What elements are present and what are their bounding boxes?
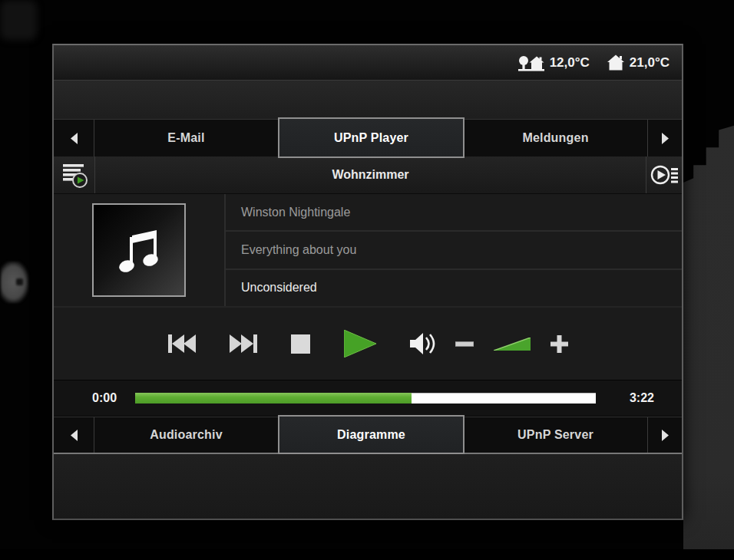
stop-button[interactable]	[291, 334, 310, 354]
bottom-tab-scroll-right-button[interactable]	[647, 417, 682, 453]
progress-bar[interactable]	[135, 393, 596, 404]
track-title: Unconsidered	[241, 281, 317, 295]
tab-upnp-player[interactable]: UPnP Player	[278, 117, 465, 158]
house-icon	[607, 54, 624, 71]
play-queue-button[interactable]	[646, 156, 682, 193]
bottom-tab-bar: Audioarchiv Diagramme UPnP Server	[54, 417, 682, 454]
outdoor-temp-value: 12,0°C	[550, 55, 590, 71]
progress-row: 0:00 3:22	[54, 380, 682, 417]
zone-bar: Wohnzimmer	[54, 156, 682, 194]
chevron-left-icon	[71, 430, 78, 441]
indoor-temperature: 21,0°C	[607, 54, 670, 71]
volume-up-button[interactable]	[550, 335, 568, 353]
play-button[interactable]	[344, 330, 376, 357]
tree-house-icon	[518, 54, 544, 71]
tab-email[interactable]: E-Mail	[94, 120, 279, 156]
next-track-button[interactable]	[230, 334, 257, 354]
artist-row: Winston Nightingale	[226, 194, 682, 232]
album-art-pane	[54, 194, 224, 306]
background-panel	[683, 121, 734, 560]
top-tab-bar: E-Mail UPnP Player Meldungen	[54, 119, 682, 156]
tab-diagramme[interactable]: Diagramme	[278, 415, 465, 454]
queue-play-icon	[650, 164, 678, 186]
header-strip	[54, 81, 682, 119]
now-playing-area: Winston Nightingale Everything about you…	[54, 194, 682, 306]
title-row: Unconsidered	[226, 270, 682, 306]
previous-track-button[interactable]	[168, 334, 196, 354]
music-note-icon	[117, 226, 161, 274]
background-strip	[0, 549, 734, 560]
album-name: Everything about you	[241, 243, 356, 257]
background-blob	[0, 0, 37, 40]
indoor-temp-value: 21,0°C	[630, 55, 670, 71]
tab-scroll-left-button[interactable]	[54, 120, 94, 156]
track-info-pane: Winston Nightingale Everything about you…	[224, 194, 682, 306]
playlist-button[interactable]	[54, 156, 95, 193]
progress-fill	[135, 393, 412, 404]
outdoor-temperature: 12,0°C	[518, 54, 590, 71]
zone-title: Wohnzimmer	[95, 156, 646, 193]
tab-meldungen[interactable]: Meldungen	[464, 120, 647, 156]
artist-name: Winston Nightingale	[241, 206, 350, 219]
chevron-right-icon	[662, 430, 669, 441]
bottom-tab-scroll-left-button[interactable]	[54, 417, 94, 453]
volume-group	[410, 333, 568, 354]
tab-upnp-server[interactable]: UPnP Server	[464, 417, 647, 453]
volume-down-button[interactable]	[455, 341, 474, 347]
transport-controls	[54, 306, 682, 380]
chevron-right-icon	[662, 133, 669, 144]
background-blob	[1, 262, 28, 303]
upnp-player-window: 12,0°C 21,0°C E-Mail UPnP Player Meldung…	[52, 44, 683, 520]
speaker-icon-button[interactable]	[410, 333, 435, 354]
tab-audioarchiv[interactable]: Audioarchiv	[94, 417, 279, 453]
tab-scroll-right-button[interactable]	[647, 120, 682, 156]
status-bar: 12,0°C 21,0°C	[54, 45, 682, 81]
total-time: 3:22	[616, 391, 654, 405]
album-art	[92, 203, 186, 297]
elapsed-time: 0:00	[92, 391, 135, 405]
chevron-left-icon	[71, 133, 78, 144]
content-area	[54, 454, 682, 519]
playlist-play-icon	[61, 161, 88, 189]
volume-level-icon[interactable]	[494, 338, 531, 351]
album-row: Everything about you	[226, 232, 682, 269]
